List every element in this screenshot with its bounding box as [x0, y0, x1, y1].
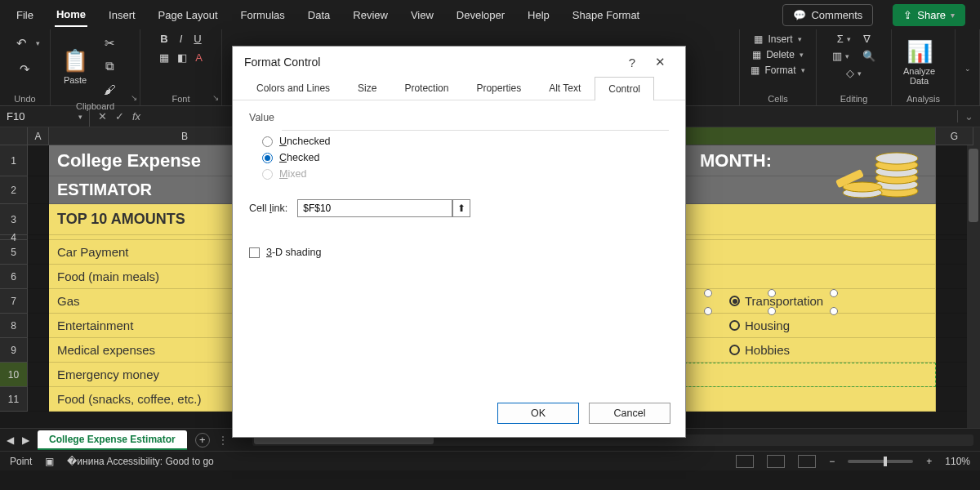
dialog-tab-alt-text[interactable]: Alt Text: [535, 76, 595, 100]
radio-housing[interactable]: Housing: [729, 318, 790, 332]
row-header[interactable]: 9: [0, 338, 28, 363]
underline-button[interactable]: U: [194, 33, 201, 45]
italic-button[interactable]: I: [180, 33, 183, 45]
comments-button[interactable]: 💬Comments: [782, 4, 873, 26]
ribbon-options-icon[interactable]: ⌄: [964, 65, 971, 73]
fx-icon[interactable]: fx: [132, 110, 140, 122]
redo-icon[interactable]: ↷: [14, 59, 37, 80]
tab-file[interactable]: File: [15, 4, 35, 26]
tab-help[interactable]: Help: [526, 4, 551, 26]
group-label-editing: Editing: [823, 92, 884, 104]
formula-bar-expand-icon[interactable]: ⌄: [957, 110, 980, 122]
zoom-slider[interactable]: [848, 460, 913, 463]
radio-hobbies[interactable]: Hobbies: [729, 343, 790, 357]
delete-cells-icon: ▦: [752, 49, 761, 60]
radio-unchecked[interactable]: Unchecked: [262, 136, 669, 147]
find-icon[interactable]: 🔍: [862, 50, 875, 62]
cancel-button[interactable]: Cancel: [589, 403, 670, 424]
row-header[interactable]: 8: [0, 314, 28, 338]
page-break-view-icon[interactable]: [798, 455, 816, 468]
tab-home[interactable]: Home: [55, 3, 87, 27]
radio-checked[interactable]: Checked: [262, 152, 669, 163]
dialog-tabs: Colors and Lines Size Protection Propert…: [233, 76, 685, 100]
row-header[interactable]: 3: [0, 204, 28, 235]
dialog-tab-protection[interactable]: Protection: [390, 76, 462, 100]
row-header[interactable]: 6: [0, 265, 28, 289]
dialog-launcher-icon[interactable]: ↘: [212, 93, 219, 102]
zoom-out-icon[interactable]: −: [829, 456, 835, 467]
new-sheet-button[interactable]: +: [195, 433, 210, 448]
cells-delete[interactable]: ▦Delete▾: [752, 48, 804, 61]
dialog-tab-control[interactable]: Control: [595, 77, 654, 100]
radio-transportation[interactable]: Transportation: [729, 294, 823, 308]
group-label-analysis: Analysis: [898, 92, 948, 104]
tab-insert[interactable]: Insert: [107, 4, 137, 26]
col-header[interactable]: G: [936, 127, 973, 145]
cell-link-label: Cell link:: [249, 203, 287, 214]
cancel-formula-icon[interactable]: ✕: [98, 110, 107, 122]
tab-formulas[interactable]: Formulas: [239, 4, 287, 26]
cell-link-input[interactable]: [297, 199, 452, 217]
autosum-icon[interactable]: Σ: [837, 33, 844, 45]
share-button[interactable]: ⇪Share▾: [893, 4, 965, 26]
macro-record-icon[interactable]: ▣: [45, 456, 54, 467]
format-cells-icon: ▦: [751, 65, 760, 76]
fill-icon[interactable]: ▥: [832, 50, 842, 62]
checkbox-3d-shading[interactable]: 3-D shading: [249, 247, 669, 258]
svg-point-5: [875, 153, 918, 164]
select-all-corner[interactable]: [0, 127, 28, 145]
sort-filter-icon[interactable]: ᐁ: [863, 33, 871, 45]
dialog-title: Format Control: [244, 56, 320, 69]
clear-icon[interactable]: ◇: [846, 67, 854, 79]
close-icon[interactable]: ✕: [646, 55, 674, 69]
tab-data[interactable]: Data: [306, 4, 332, 26]
vertical-scrollbar[interactable]: [967, 145, 980, 428]
tab-review[interactable]: Review: [351, 4, 390, 26]
dialog-tab-colors[interactable]: Colors and Lines: [243, 76, 344, 100]
fill-color-button[interactable]: ◧: [177, 51, 187, 64]
help-icon[interactable]: ?: [618, 56, 646, 69]
tab-developer[interactable]: Developer: [455, 4, 506, 26]
row-header[interactable]: 2: [0, 176, 28, 204]
accessibility-status[interactable]: �ининa Accessibility: Good to go: [67, 456, 213, 467]
tab-page-layout[interactable]: Page Layout: [157, 4, 220, 26]
undo-icon[interactable]: ↶: [10, 33, 33, 54]
format-control-dialog: Format Control ? ✕ Colors and Lines Size…: [232, 46, 686, 438]
radio-mixed: Mixed: [262, 168, 669, 180]
dialog-tab-properties[interactable]: Properties: [462, 76, 535, 100]
normal-view-icon[interactable]: [736, 455, 754, 468]
font-color-button[interactable]: A: [195, 51, 203, 64]
format-painter-icon[interactable]: 🖌: [98, 78, 121, 100]
paste-button[interactable]: 📋Paste: [57, 45, 93, 88]
tab-shape-format[interactable]: Shape Format: [571, 4, 641, 26]
cut-icon[interactable]: ✂: [98, 33, 121, 54]
analyze-data-button[interactable]: 📊AnalyzeData: [898, 36, 940, 89]
border-button[interactable]: ▦: [159, 51, 169, 64]
chevron-down-icon[interactable]: ▾: [78, 113, 82, 121]
insert-cells-icon: ▦: [754, 33, 763, 45]
row-header[interactable]: 1: [0, 145, 28, 176]
row-header[interactable]: 7: [0, 289, 28, 314]
cells-format[interactable]: ▦Format▾: [751, 64, 804, 77]
enter-formula-icon[interactable]: ✓: [115, 110, 124, 122]
copy-icon[interactable]: ⧉: [98, 56, 121, 77]
page-layout-view-icon[interactable]: [767, 455, 785, 468]
dialog-tab-size[interactable]: Size: [344, 76, 390, 100]
ok-button[interactable]: OK: [497, 403, 579, 424]
mode-indicator: Point: [10, 456, 32, 467]
zoom-in-icon[interactable]: +: [926, 456, 932, 467]
dialog-launcher-icon[interactable]: ↘: [131, 93, 137, 102]
col-header[interactable]: A: [28, 127, 49, 145]
cells-insert[interactable]: ▦Insert▾: [754, 33, 801, 46]
row-header[interactable]: 10: [0, 363, 28, 387]
sheet-tab[interactable]: College Expense Estimator: [38, 430, 187, 450]
bold-button[interactable]: B: [160, 33, 167, 45]
range-picker-icon[interactable]: ⬆: [452, 199, 470, 217]
zoom-level[interactable]: 110%: [945, 456, 970, 467]
row-header[interactable]: 11: [0, 387, 28, 412]
row-header[interactable]: 5: [0, 240, 28, 265]
tab-view[interactable]: View: [409, 4, 435, 26]
chevron-down-icon[interactable]: ▾: [36, 39, 40, 47]
sheet-nav-prev-icon[interactable]: ◀: [7, 434, 14, 446]
sheet-nav-next-icon[interactable]: ▶: [22, 434, 29, 446]
